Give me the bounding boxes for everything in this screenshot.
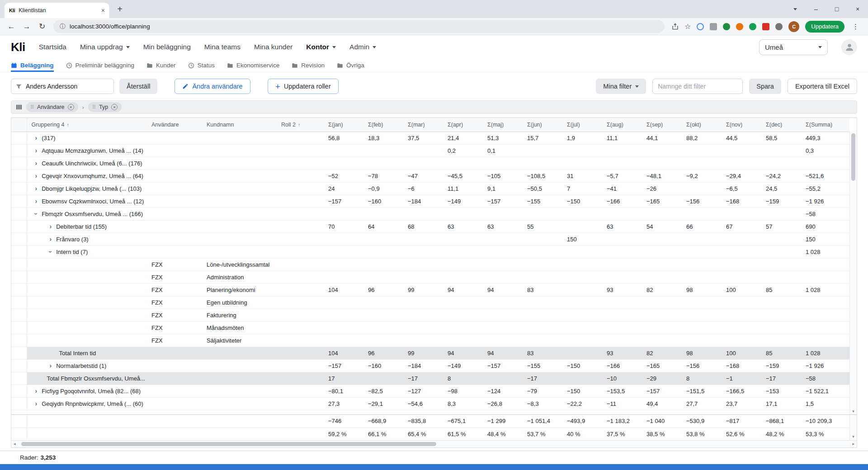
column-header-kundnamn[interactable]: Kundnamn [202,118,277,132]
reset-button[interactable]: Återställ [119,79,157,94]
save-filter-button[interactable]: Spara [749,79,781,94]
expand-icon[interactable]: › [50,223,52,230]
table-row[interactable]: ›Normalarbetstid (1)−157−160−184−149−157… [11,359,849,372]
group-chip-typ[interactable]: ⠿Typ✕ [88,102,122,112]
close-button[interactable]: × [847,0,868,18]
table-row[interactable]: ›Frånvaro (3)150150 [11,233,849,245]
group-cell[interactable]: ›Debiterbar tid (155) [27,220,147,233]
extension-icon[interactable] [723,23,730,30]
column-header-dec[interactable]: Σ(dec) [761,118,801,132]
column-header-sep[interactable]: Σ(sep) [642,118,682,132]
group-cell[interactable]: ›Fbmqzlr Osxsmfservdu, Umeå ... (166) [27,207,147,220]
bookmark-star-icon[interactable]: ☆ [684,22,691,31]
app-logo[interactable]: Kli [11,40,25,54]
export-excel-button[interactable]: Exportera till Excel [788,79,857,94]
group-cell[interactable]: ›Intern tid (7) [27,245,147,258]
expand-icon[interactable]: › [35,147,38,154]
vertical-scrollbar[interactable]: ▾ [849,132,857,414]
group-cell[interactable]: ›(317) [27,132,147,144]
group-cell[interactable]: ›Ebowmsv Cqzkwmlnxoci, Umeå ... (12) [27,195,147,207]
column-header-mar[interactable]: Σ(mar) [403,118,443,132]
tab-revision[interactable]: Revision [292,59,325,72]
nav-item-min-belaggning[interactable]: Min beläggning [143,43,191,51]
office-select[interactable]: Umeå [759,39,828,55]
scroll-down-icon[interactable]: ▾ [850,434,857,439]
nav-item-mina-kunder[interactable]: Mina kunder [254,43,292,51]
expand-icon[interactable]: › [50,362,52,369]
group-cell[interactable]: ›Ficfiyg Pgoqotvnnfol, Umeå (82... (68) [27,385,147,397]
group-cell[interactable]: ›Ceauufk Uinchriwciix, Umeå (6... (176) [27,157,147,169]
table-row[interactable]: FZXPlanering/ekonomi10496999494839382981… [11,283,849,296]
table-row[interactable]: ›Ceauufk Uinchriwciix, Umeå (6... (176) [11,157,849,169]
table-row[interactable]: ›Debiterbar tid (155)7064686363556354666… [11,220,849,233]
table-row[interactable]: FZXSäljaktiviteter [11,334,849,347]
nav-item-mina-uppdrag[interactable]: Mina uppdrag [80,43,130,51]
tab-kunder[interactable]: Kunder [146,59,176,72]
table-row[interactable]: FZXAdministration [11,271,849,283]
drag-handle-icon[interactable]: ⠿ [30,104,34,110]
tab-status[interactable]: Status [188,59,215,72]
column-header-maj[interactable]: Σ(maj) [483,118,523,132]
expand-icon[interactable]: › [35,388,38,394]
site-info-icon[interactable]: ⓘ [60,23,66,31]
column-header-nov[interactable]: Σ(nov) [722,118,761,132]
expand-icon[interactable]: › [35,185,38,192]
group-cell[interactable]: ›Cgevqir Xnxovumqhumz, Umeå ... (64) [27,169,147,182]
browser-menu-icon[interactable]: ⋮ [850,23,861,31]
remove-group-icon[interactable]: ✕ [111,104,118,110]
horizontal-scrollbar[interactable]: ◂ ▸ [11,440,857,447]
table-row[interactable]: FZXMånadsmöten [11,321,849,334]
edit-users-button[interactable]: Ändra användare [175,79,250,94]
extension-icon[interactable] [736,23,743,30]
remove-group-icon[interactable]: ✕ [68,104,74,110]
user-filter-input[interactable] [26,83,109,90]
table-row[interactable]: ›Aqtquau Mcmzazglunwn, Umeå ... (14)0,20… [11,144,849,157]
tab-belaggning[interactable]: Beläggning [11,59,54,72]
extension-icon[interactable] [762,23,769,30]
new-tab-button[interactable]: + [113,2,127,16]
table-row[interactable]: ›Ficfiyg Pgoqotvnnfol, Umeå (82... (68)−… [11,385,849,397]
table-row[interactable]: ›Fbmqzlr Osxsmfservdu, Umeå ... (166)−58 [11,207,849,220]
minimize-button[interactable]: – [806,0,826,18]
share-icon[interactable] [672,23,679,30]
user-filter-field[interactable] [11,79,114,94]
column-header-apr[interactable]: Σ(apr) [443,118,483,132]
browser-profile-avatar[interactable]: C [788,21,799,32]
update-roles-button[interactable]: + Uppdatera roller [268,79,339,94]
back-icon[interactable]: ← [5,20,18,33]
user-avatar[interactable] [841,39,857,55]
group-cell[interactable]: ›Dbomjgr Likqeluqpjzw, Umeå (... (103) [27,182,147,195]
expand-icon[interactable]: › [35,173,38,179]
group-cell[interactable]: ›Normalarbetstid (1) [27,359,147,372]
filter-name-input[interactable] [652,79,743,94]
expand-icon[interactable]: › [35,400,38,407]
expand-icon[interactable]: › [35,160,38,166]
expand-icon[interactable]: › [50,236,52,242]
column-header-gruppering-4[interactable]: Gruppering 4↑ [27,118,147,132]
nav-item-mina-teams[interactable]: Mina teams [204,43,241,51]
group-cell[interactable]: ›Frånvaro (3) [27,233,147,245]
column-header-anvandare[interactable]: Användare [147,118,202,132]
collapse-icon[interactable]: › [47,250,54,253]
nav-item-admin[interactable]: Admin [349,43,376,51]
table-row[interactable]: ›Dbomjgr Likqeluqpjzw, Umeå (... (103)24… [11,182,849,195]
extension-icon[interactable] [749,23,756,30]
extension-icon[interactable] [775,23,783,30]
table-row[interactable]: ›Ebowmsv Cqzkwmlnxoci, Umeå ... (12)−157… [11,195,849,207]
column-header-okt[interactable]: Σ(okt) [682,118,722,132]
maximize-button[interactable]: □ [826,0,847,18]
total-row[interactable]: Total Fbmqzlr Osxsmfservdu, Umeå...17−17… [11,372,849,385]
table-row[interactable]: ›Geqiydn Rnpnbwicpkmr, Umeå (... (60)27,… [11,397,849,410]
table-row[interactable]: FZXEgen utbildning [11,296,849,309]
nav-item-startsida[interactable]: Startsida [39,43,66,51]
forward-icon[interactable]: → [20,20,33,33]
column-header-roll-2[interactable]: Roll 2↑ [277,118,324,132]
nav-item-kontor[interactable]: Kontor [306,43,336,51]
vertical-scrollbar-thumb[interactable] [851,133,855,181]
scroll-right-icon[interactable]: ▸ [852,442,854,446]
table-row[interactable]: ›Intern tid (7)1 028 [11,245,849,258]
tab-preliminar-belaggning[interactable]: Preliminär beläggning [66,59,135,72]
tab-ekonomiservice[interactable]: Ekonomiservice [227,59,279,72]
extension-icon[interactable] [697,23,704,30]
scroll-left-icon[interactable]: ◂ [14,442,16,446]
